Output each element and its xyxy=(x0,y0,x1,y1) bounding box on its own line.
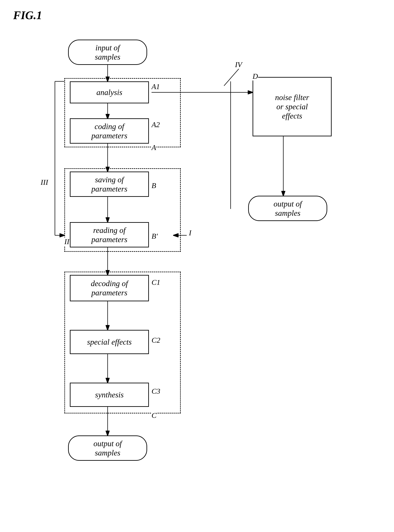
svg-line-16 xyxy=(224,68,239,86)
label-c2: C2 xyxy=(151,336,160,344)
label-b: B xyxy=(151,181,156,190)
label-d: D xyxy=(253,72,258,80)
label-a: A xyxy=(151,144,156,152)
coding-params-node: coding of parameters xyxy=(70,118,149,144)
label-c1: C1 xyxy=(151,278,160,287)
label-bprime: B' xyxy=(151,232,158,240)
label-ii: II xyxy=(64,238,69,246)
label-iv: IV xyxy=(235,60,242,69)
special-effects-node: special effects xyxy=(70,330,149,354)
output-samples-right-node: output of samples xyxy=(248,196,327,221)
label-c3: C3 xyxy=(151,387,160,395)
synthesis-node: synthesis xyxy=(70,383,149,407)
label-a1: A1 xyxy=(151,82,160,91)
label-i: I xyxy=(189,229,191,237)
input-samples-node: input of samples xyxy=(68,40,147,65)
label-a2: A2 xyxy=(151,121,160,129)
output-samples-bottom-node: output of samples xyxy=(68,436,147,461)
saving-params-node: saving of parameters xyxy=(70,171,149,197)
noise-filter-node: noise filter or special effects xyxy=(253,77,332,136)
decoding-params-node: decoding of parameters xyxy=(70,275,149,301)
label-c: C xyxy=(151,411,157,420)
analysis-node: analysis xyxy=(70,81,149,103)
label-iii: III xyxy=(41,178,48,186)
reading-params-node: reading of parameters xyxy=(70,222,149,247)
